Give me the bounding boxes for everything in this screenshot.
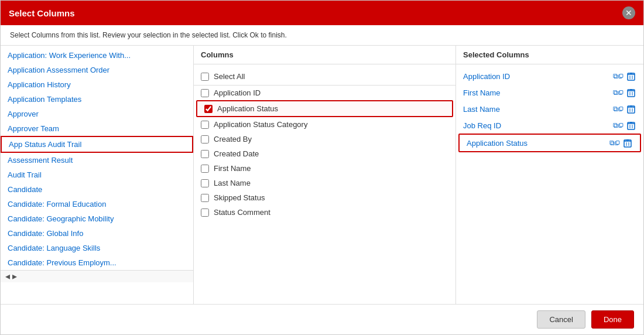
column-label[interactable]: Application Status Category bbox=[214, 120, 307, 129]
copy-icon[interactable] bbox=[613, 104, 624, 114]
select-all-label[interactable]: Select All bbox=[214, 72, 245, 81]
select-all-checkbox[interactable] bbox=[201, 73, 209, 81]
left-panel-item[interactable]: Candidate: Language Skills bbox=[1, 241, 193, 255]
copy-icon[interactable] bbox=[613, 71, 624, 81]
column-item: Application Status Category bbox=[194, 117, 455, 132]
modal-instruction: Select Columns from this list. Review yo… bbox=[1, 25, 643, 46]
selected-item-actions bbox=[613, 104, 636, 114]
column-item: First Name bbox=[194, 161, 455, 176]
copy-icon[interactable] bbox=[613, 88, 624, 97]
selected-list: Application IDFirst NameLast NameJob Req… bbox=[456, 64, 643, 304]
copy-icon[interactable] bbox=[613, 121, 624, 130]
selected-item-label: Job Req ID bbox=[463, 121, 501, 130]
column-item: Application Status bbox=[196, 100, 453, 117]
left-panel-item[interactable]: Application: Work Experience With... bbox=[1, 48, 193, 63]
modal-body: Application: Work Experience With...Appl… bbox=[1, 46, 643, 304]
column-label[interactable]: Created Date bbox=[214, 149, 259, 158]
selected-item: Application ID bbox=[456, 68, 643, 84]
left-panel-item[interactable]: Assessment Result bbox=[1, 153, 193, 168]
column-item: Last Name bbox=[194, 176, 455, 190]
column-label[interactable]: Last Name bbox=[214, 179, 251, 187]
svg-rect-1 bbox=[619, 74, 623, 78]
column-checkbox[interactable] bbox=[201, 194, 209, 202]
column-checkbox[interactable] bbox=[201, 135, 209, 143]
column-item: Application ID bbox=[194, 86, 455, 100]
close-button[interactable]: ✕ bbox=[622, 6, 635, 19]
left-panel-item[interactable]: Application Templates bbox=[1, 92, 193, 107]
trash-icon[interactable] bbox=[622, 138, 633, 148]
column-label[interactable]: First Name bbox=[214, 164, 251, 173]
copy-icon[interactable] bbox=[609, 138, 620, 148]
scroll-right-arrow[interactable]: ▸ bbox=[12, 272, 17, 281]
column-label[interactable]: Status Comment bbox=[214, 208, 270, 217]
column-label[interactable]: Skipped Status bbox=[214, 193, 265, 202]
left-panel-item[interactable]: Candidate: Global Info bbox=[1, 226, 193, 241]
column-label[interactable]: Application ID bbox=[214, 88, 261, 97]
left-panel-item[interactable]: Candidate bbox=[1, 182, 193, 197]
left-panel-item[interactable]: Audit Trail bbox=[1, 168, 193, 182]
select-columns-modal: Select Columns ✕ Select Columns from thi… bbox=[0, 0, 644, 335]
right-panel: Selected Columns Application IDFirst Nam… bbox=[456, 46, 643, 304]
column-checkbox[interactable] bbox=[201, 89, 209, 97]
selected-item-actions bbox=[613, 71, 636, 81]
selected-item: Application Status bbox=[458, 134, 641, 152]
left-panel-item[interactable]: App Status Audit Trail bbox=[1, 136, 193, 153]
left-panel-item[interactable]: Candidate: Geographic Mobility bbox=[1, 211, 193, 226]
column-checkbox[interactable] bbox=[204, 105, 213, 113]
column-checkbox[interactable] bbox=[201, 121, 209, 129]
scroll-left-arrow[interactable]: ◂ bbox=[5, 272, 10, 281]
selected-item-actions bbox=[609, 138, 633, 148]
column-label[interactable]: Application Status bbox=[217, 104, 278, 113]
left-panel-item[interactable]: Application Assessment Order bbox=[1, 63, 193, 77]
column-checkbox[interactable] bbox=[201, 208, 209, 217]
selected-item-label: Application Status bbox=[467, 139, 527, 148]
column-list-wrapper: Select All Application IDApplication Sta… bbox=[194, 64, 455, 304]
trash-icon[interactable] bbox=[626, 104, 636, 114]
column-checkbox[interactable] bbox=[201, 179, 209, 187]
column-item: Created Date bbox=[194, 146, 455, 161]
left-panel: Application: Work Experience With...Appl… bbox=[1, 46, 194, 304]
done-button[interactable]: Done bbox=[591, 310, 634, 329]
left-panel-item[interactable]: Approver bbox=[1, 107, 193, 121]
column-item: Status Comment bbox=[194, 205, 455, 220]
select-all-item: Select All bbox=[194, 68, 455, 86]
left-panel-item[interactable]: Candidate: Formal Education bbox=[1, 197, 193, 211]
svg-rect-22 bbox=[619, 124, 623, 127]
selected-item-actions bbox=[613, 121, 636, 130]
selected-item-actions bbox=[613, 88, 636, 97]
column-list: Select All Application IDApplication Sta… bbox=[194, 64, 455, 223]
selected-columns-header: Selected Columns bbox=[456, 46, 643, 64]
left-panel-item[interactable]: Candidate: Previous Employm... bbox=[1, 255, 193, 270]
left-panel-scrollbar[interactable]: ◂▸ bbox=[1, 270, 193, 282]
column-label[interactable]: Created By bbox=[214, 135, 252, 143]
modal-header: Select Columns ✕ bbox=[1, 1, 643, 25]
trash-icon[interactable] bbox=[626, 121, 636, 130]
modal-title: Select Columns bbox=[9, 8, 75, 18]
column-checkbox[interactable] bbox=[201, 150, 209, 158]
selected-item-label: Last Name bbox=[463, 105, 500, 114]
svg-rect-8 bbox=[619, 91, 623, 94]
left-panel-item[interactable]: Application History bbox=[1, 77, 193, 92]
column-item: Created By bbox=[194, 132, 455, 146]
column-checkbox[interactable] bbox=[201, 165, 209, 173]
columns-header: Columns bbox=[194, 46, 455, 64]
left-panel-item[interactable]: Approver Team bbox=[1, 121, 193, 136]
trash-icon[interactable] bbox=[626, 71, 636, 81]
selected-item: First Name bbox=[456, 84, 643, 101]
selected-item: Last Name bbox=[456, 101, 643, 117]
selected-item-label: First Name bbox=[463, 88, 501, 97]
selected-item: Job Req ID bbox=[456, 117, 643, 134]
svg-rect-29 bbox=[616, 141, 619, 145]
cancel-button[interactable]: Cancel bbox=[537, 310, 585, 329]
column-item: Skipped Status bbox=[194, 190, 455, 205]
trash-icon[interactable] bbox=[626, 88, 636, 97]
selected-item-label: Application ID bbox=[463, 72, 510, 81]
middle-panel: Columns Select All Application IDApplica… bbox=[194, 46, 456, 304]
modal-footer: Cancel Done bbox=[1, 304, 643, 334]
svg-rect-15 bbox=[619, 107, 623, 111]
